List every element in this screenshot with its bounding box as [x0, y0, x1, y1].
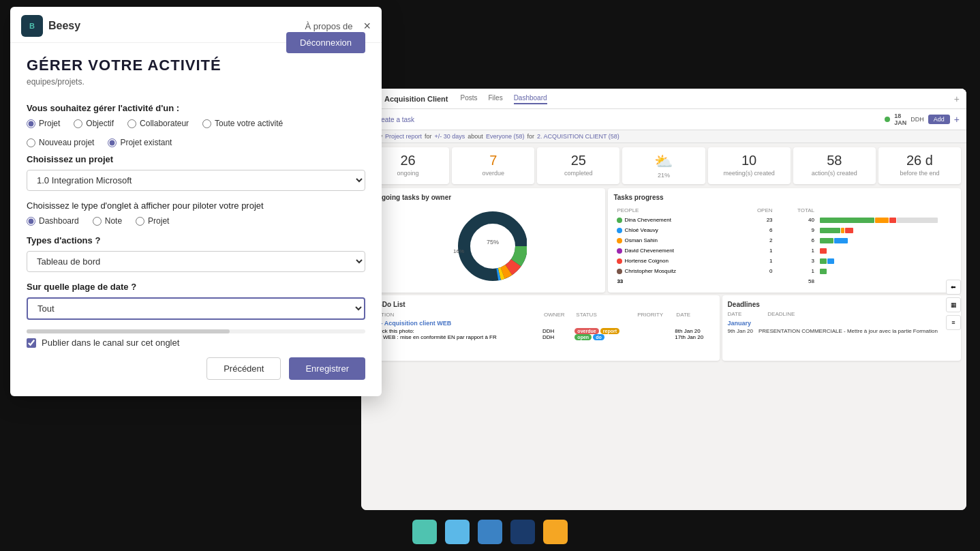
filter-client[interactable]: 2. ACQUISITION CLIENT (58): [537, 133, 619, 140]
action-btn-2[interactable]: ▦: [946, 297, 961, 312]
add-icon[interactable]: +: [954, 114, 960, 125]
radio-toute[interactable]: Toute votre activité: [202, 119, 283, 128]
actions-type-label: Types d'actions ?: [27, 235, 365, 245]
action-btn-1[interactable]: ⬅: [946, 280, 961, 295]
radio-note-label: Note: [105, 216, 122, 226]
bottom-icon-teal[interactable]: [412, 520, 437, 544]
person-color-dot: [617, 258, 622, 264]
col-owner: OWNER: [542, 311, 575, 318]
metric-actions-value: 58: [800, 153, 869, 168]
tasks-progress-chart: Tasks progress PEOPLE OPEN TOTAL Dina Ch…: [608, 188, 961, 293]
radio-projet[interactable]: Projet: [27, 119, 60, 128]
person-open: 2: [737, 236, 775, 245]
modal-header-right: À propos de ×: [305, 20, 371, 32]
radio-projet-input[interactable]: [27, 119, 35, 128]
tab-dashboard[interactable]: Dashboard: [514, 93, 547, 104]
col-priority: PRIORITY: [636, 311, 675, 318]
date-range-select[interactable]: Tout: [27, 297, 365, 320]
radio-existant-input[interactable]: [108, 138, 117, 147]
filter-about: about: [468, 133, 483, 140]
bar-green: [820, 258, 827, 264]
beesy-logo: B: [21, 15, 43, 37]
person-color-dot: [617, 218, 622, 223]
table-row: Chloé Veauvy 6 9: [615, 226, 954, 235]
svg-text:16%: 16%: [453, 248, 464, 254]
add-button[interactable]: Add: [928, 115, 950, 124]
actions-type-group: Types d'actions ? Tableau de bord: [27, 235, 365, 272]
col-people: PEOPLE: [615, 207, 735, 214]
metric-meetings-value: 10: [715, 153, 784, 168]
col-deadline-header: DEADLINE: [767, 311, 795, 317]
scrollbar-thumb[interactable]: [27, 329, 230, 333]
todo-title: To-Do List: [372, 301, 714, 308]
donut-chart-svg: 75% 16%: [445, 209, 527, 284]
filter-bar: show Project report for +/- 30 days abou…: [361, 130, 966, 143]
actions-type-select[interactable]: Tableau de bord: [27, 251, 365, 272]
radio-projet-tab[interactable]: Projet: [136, 216, 169, 226]
close-button[interactable]: ×: [363, 20, 371, 32]
radio-collaborateur-input[interactable]: [127, 119, 136, 128]
radio-objectif-input[interactable]: [74, 119, 82, 128]
person-name: Christopher Mosquitz: [615, 267, 735, 276]
radio-dashboard-input[interactable]: [27, 217, 35, 226]
radio-nouveau-projet[interactable]: Nouveau projet: [27, 138, 94, 147]
radio-toute-label: Toute votre activité: [215, 119, 283, 128]
precedent-button[interactable]: Précédent: [206, 357, 281, 380]
radio-projet-tab-input[interactable]: [136, 217, 144, 226]
apropos-link[interactable]: À propos de: [305, 21, 352, 31]
col-date: DATE: [675, 311, 714, 318]
bottom-icon-navy[interactable]: [510, 520, 535, 544]
laptop-screen: Acquisition Client Posts Files Dashboard…: [361, 89, 966, 510]
project-name: Acquisition Client: [384, 95, 448, 103]
deadlines-title: Deadlines: [728, 301, 955, 308]
table-row: Christopher Mosquitz 0 1: [615, 267, 954, 276]
task-date-1: 8th Jan 20: [675, 328, 714, 334]
bottom-row: To-Do List ACTION OWNER STATUS PRIORITY …: [361, 295, 966, 363]
radio-note[interactable]: Note: [93, 216, 122, 226]
bar-orange: [841, 228, 844, 233]
weather-icon: ⛅: [629, 153, 698, 170]
person-total: 3: [776, 256, 816, 265]
radio-objectif-label: Objectif: [86, 119, 114, 128]
tab-posts[interactable]: Posts: [461, 93, 478, 104]
radio-objectif[interactable]: Objectif: [74, 119, 114, 128]
metric-meetings: 10 meeting(s) created: [708, 147, 791, 184]
project-select-label: Choisissez un projet: [27, 154, 365, 164]
bottom-icon-yellow[interactable]: [543, 520, 568, 544]
publish-checkbox[interactable]: [27, 338, 36, 348]
radio-projet-existant[interactable]: Projet existant: [108, 138, 172, 147]
radio-toute-input[interactable]: [202, 119, 211, 128]
project-select[interactable]: 1.0 Integration Microsoft: [27, 170, 365, 191]
deadline-month-row: January 9th Jan 20 PRESENTATION COMMERCI…: [728, 320, 955, 334]
filter-days[interactable]: +/- 30 days: [435, 133, 465, 140]
metric-weather: ⛅ 21%: [622, 147, 705, 184]
table-row: Hortense Coignon 1 3: [615, 256, 954, 265]
person-name: Osman Sahin: [615, 236, 735, 245]
person-color-dot: [617, 238, 622, 243]
modal-footer: Précédent Enregistrer: [27, 357, 365, 383]
person-open: 1: [737, 256, 775, 265]
bottom-icon-blue1[interactable]: [445, 520, 470, 544]
metric-overdue: 7 overdue: [452, 147, 534, 184]
total-open: [737, 277, 775, 286]
tab-files[interactable]: Files: [489, 93, 503, 104]
filter-everyone[interactable]: Everyone (58): [486, 133, 525, 140]
person-open: 0: [737, 267, 775, 276]
filter-project-report[interactable]: Project report: [385, 133, 422, 140]
modal-body: GÉRER VOTRE ACTIVITÉ equipes/projets. Dé…: [10, 43, 382, 396]
enregistrer-button[interactable]: Enregistrer: [289, 357, 365, 380]
action-btn-3[interactable]: ≡: [946, 315, 961, 330]
status-badge-overdue: overdue: [575, 328, 598, 334]
day-display: DDH: [910, 116, 924, 123]
bottom-icon-blue2[interactable]: [478, 520, 502, 544]
person-total: 1: [776, 267, 816, 276]
deconnexion-button[interactable]: Déconnexion: [286, 32, 365, 53]
radio-note-input[interactable]: [93, 217, 102, 226]
person-bar: [818, 256, 954, 265]
task-priority-1: [636, 328, 675, 334]
task-date-2: 17th Jan 20: [675, 334, 714, 340]
radio-nouveau-input[interactable]: [27, 138, 35, 147]
radio-dashboard[interactable]: Dashboard: [27, 216, 79, 226]
bar-blue: [827, 258, 834, 264]
radio-collaborateur[interactable]: Collaborateur: [127, 119, 189, 128]
